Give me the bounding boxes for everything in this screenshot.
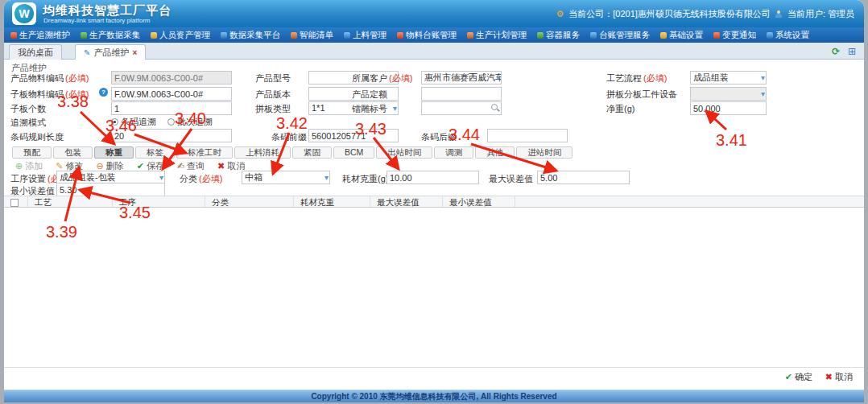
chevron-down-icon: ▾ [159, 171, 163, 183]
menu-item-smart-list[interactable]: 智能清单 [291, 30, 333, 41]
chevron-down-icon: ▾ [496, 72, 500, 84]
subtab-out-time[interactable]: 出站时间 [376, 146, 432, 159]
material-weight-label: 耗材克重(g) [342, 173, 388, 185]
barcode-suffix-input[interactable] [487, 129, 568, 142]
menu-item-material-ledger[interactable]: 物料台账管理 [397, 30, 457, 41]
annotation-3-38: 3.38 [57, 93, 89, 111]
footer-bar: Copyright © 2010 东莞均维信息科技有限公司, All Right… [4, 390, 864, 402]
current-company-label: 当前公司：[0201]惠州硕贝德无线科技股份有限公司 [568, 8, 771, 20]
cancel-bottom-button[interactable]: ✖取消 [825, 371, 853, 383]
cross-icon: ✖ [825, 372, 833, 382]
category-label: 分类(必填) [180, 173, 222, 185]
subtab-other[interactable]: 其他 [475, 146, 515, 159]
annotation-3-44: 3.44 [448, 126, 480, 144]
logo-w-icon: W [14, 4, 34, 23]
subtab-debug[interactable]: 调测 [434, 146, 473, 159]
subtab-label[interactable]: 标签 [135, 146, 175, 159]
subtab-weighing[interactable]: 称重 [94, 146, 134, 159]
page-tab-bar: 我的桌面 ✎ 产品维护 × ⟳ ⊞ [4, 43, 864, 60]
check-icon: ✔ [785, 372, 792, 382]
app-subtitle: Dreamway-link smart factory platform [43, 17, 150, 24]
chevron-down-icon: ▾ [324, 171, 329, 183]
menu-item-personnel[interactable]: 人员资产管理 [151, 30, 210, 41]
menu-item-loading[interactable]: 上料管理 [344, 30, 386, 41]
menu-item-collect-platform[interactable]: 数据采集平台 [221, 30, 280, 41]
menu-icon [10, 32, 17, 39]
menu-icon [713, 32, 720, 39]
product-quota-input[interactable] [421, 87, 502, 101]
sub-count-label: 子板个数 [10, 103, 46, 115]
annotation-3-42: 3.42 [276, 114, 308, 133]
laser-mark-input[interactable] [421, 101, 502, 115]
menu-icon [537, 32, 544, 39]
app-header: W 均维科技智慧工厂平台 Dreamway-link smart factory… [4, 0, 864, 27]
subtab-packing[interactable]: 包装 [53, 146, 93, 159]
panel-device-label: 拼板分板工件设备 [606, 89, 677, 101]
maximize-icon[interactable]: ⊞ [846, 46, 858, 57]
menu-item-basic-settings[interactable]: 基础设置 [660, 30, 703, 41]
tab-product-maintain[interactable]: ✎ 产品维护 × [75, 44, 146, 60]
product-quota-label: 产品定额 [352, 89, 387, 101]
copyright-text: Copyright © 2010 东莞均维信息科技有限公司, All Right… [4, 390, 864, 402]
product-code-input[interactable] [111, 71, 232, 85]
menu-icon [81, 32, 87, 39]
query-button[interactable]: ✍查询 [177, 160, 205, 172]
subtab-fasten[interactable]: 紧固 [292, 146, 332, 159]
col-max-error: 最大误差值 [370, 196, 443, 207]
sub-count-input[interactable] [111, 101, 232, 115]
query-icon: ✍ [177, 161, 184, 171]
select-all-checkbox[interactable] [10, 199, 19, 207]
col-process: 工艺 [28, 196, 113, 207]
net-weight-input[interactable] [690, 101, 767, 115]
radio-icon [167, 118, 175, 126]
process-flow-select[interactable]: 成品组装▾ [690, 71, 767, 85]
material-weight-input[interactable] [386, 171, 479, 184]
confirm-button[interactable]: ✔确定 [785, 371, 812, 383]
annotation-3-45: 3.45 [119, 204, 151, 222]
category-select[interactable]: 中箱▾ [242, 171, 330, 184]
col-category: 分类 [205, 196, 294, 207]
process-flow-label: 工艺流程(必填) [606, 72, 667, 85]
company-logo: W [12, 2, 36, 25]
col-min-error: 最小误差值 [443, 196, 515, 207]
net-weight-label: 净重(g) [606, 103, 634, 115]
annotation-3-46: 3.46 [105, 117, 137, 135]
menu-item-container[interactable]: 容器服务 [537, 30, 580, 41]
menu-item-data-collect[interactable]: 生产数据采集 [81, 30, 140, 41]
menu-icon [344, 32, 350, 39]
subtab-in-time[interactable]: 进站时间 [516, 146, 572, 159]
menu-item-system-settings[interactable]: 系统设置 [767, 30, 809, 41]
sub-code-input[interactable] [111, 87, 232, 101]
help-icon[interactable]: ? [99, 88, 108, 97]
trace-mode-label: 追溯模式 [10, 117, 46, 129]
col-material-weight: 耗材克重 [294, 196, 370, 207]
max-error-input[interactable] [537, 171, 630, 184]
customer-select[interactable]: 惠州市德赛西威汽车电▾ [421, 71, 502, 85]
chevron-down-icon: ▾ [761, 88, 765, 100]
subtab-bcm[interactable]: BCM [333, 146, 374, 159]
subtab-preassign[interactable]: 预配 [12, 146, 52, 159]
pencil-icon: ✎ [84, 45, 90, 60]
search-icon[interactable] [490, 103, 500, 113]
menu-icon [767, 32, 773, 39]
main-menu: 生产追溯维护 生产数据采集 人员资产管理 数据采集平台 智能清单 上料管理 物料… [4, 27, 864, 43]
annotation-3-40: 3.40 [175, 109, 206, 128]
menu-item-plan[interactable]: 生产计划管理 [467, 30, 527, 41]
annotation-3-41: 3.41 [716, 131, 747, 150]
menu-icon [590, 32, 597, 39]
subtab-material-consume[interactable]: 上料消耗 [234, 146, 291, 159]
panel-device-select[interactable]: ▾ [690, 87, 767, 101]
menu-item-change-notice[interactable]: 变更通知 [713, 30, 756, 41]
menu-item-ledger-service[interactable]: 台账管理服务 [590, 30, 650, 41]
subtab-standard-time[interactable]: 标准工时 [176, 146, 233, 159]
min-error-input[interactable] [56, 183, 165, 196]
menu-item-trace-maintain[interactable]: 生产追溯维护 [10, 30, 70, 41]
barcode-len-label: 条码规则长度 [10, 131, 64, 143]
cancel-icon: ✖ [217, 161, 225, 171]
panel-type-label: 拼板类型 [255, 103, 291, 115]
close-tab-icon[interactable]: × [132, 45, 137, 60]
add-button[interactable]: ⊕添加 [15, 160, 43, 172]
tab-my-desktop[interactable]: 我的桌面 [9, 44, 62, 60]
current-user-label: 当前用户: 管理员 [787, 8, 854, 20]
refresh-icon[interactable]: ⟳ [830, 46, 841, 57]
